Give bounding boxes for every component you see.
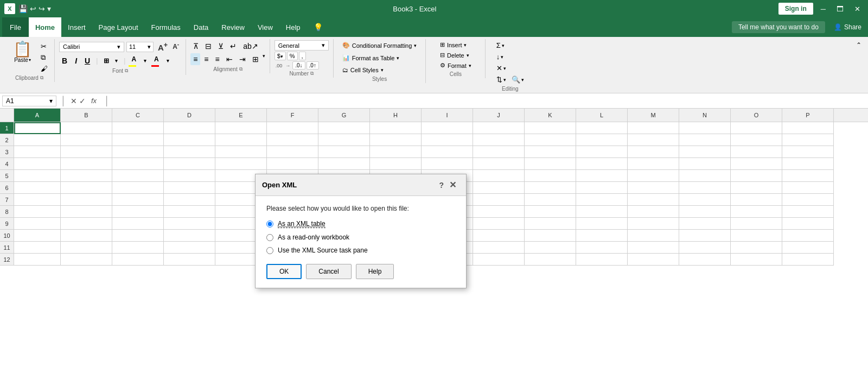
radio-xml-source[interactable]	[266, 247, 273, 254]
dialog-help-button[interactable]: Help	[356, 264, 394, 266]
dialog-option-xml-source[interactable]: Use the XML Source task pane	[266, 247, 455, 254]
open-xml-dialog: Open XML ? ✕ Please select how you would…	[255, 174, 467, 266]
dialog-title-bar: Open XML ? ✕	[256, 174, 466, 196]
xml-table-label: As an XML table	[278, 220, 326, 228]
radio-readonly-workbook[interactable]	[266, 234, 273, 241]
dialog-ok-button[interactable]: OK	[266, 264, 302, 266]
readonly-workbook-label: As a read-only workbook	[278, 233, 349, 241]
dialog-overlay: Open XML ? ✕ Please select how you would…	[0, 0, 868, 266]
dialog-option-readonly-workbook[interactable]: As a read-only workbook	[266, 233, 455, 241]
dialog-close-button[interactable]: ✕	[446, 179, 459, 191]
dialog-cancel-button[interactable]: Cancel	[306, 264, 351, 266]
dialog-buttons: OK Cancel Help	[266, 264, 455, 266]
radio-xml-table[interactable]	[266, 220, 273, 228]
dialog-help-icon[interactable]: ?	[439, 181, 444, 190]
dialog-message: Please select how you would like to open…	[266, 205, 455, 212]
dialog-body: Please select how you would like to open…	[256, 196, 466, 266]
xml-source-label: Use the XML Source task pane	[278, 247, 368, 254]
dialog-title-right: ? ✕	[439, 179, 459, 191]
dialog-title: Open XML	[262, 181, 297, 189]
dialog-option-xml-table[interactable]: As an XML table	[266, 220, 455, 228]
